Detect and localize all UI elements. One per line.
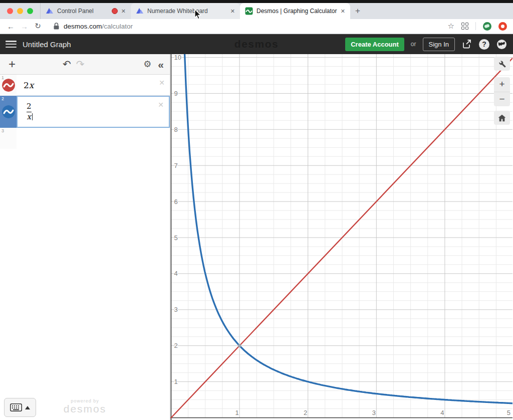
svg-text:4: 4 bbox=[440, 409, 444, 416]
svg-text:7: 7 bbox=[174, 162, 178, 169]
graph-settings-gear-icon[interactable]: ⚙ bbox=[143, 59, 151, 70]
fraction-denominator: x bbox=[27, 113, 31, 121]
default-zoom-home-button[interactable] bbox=[494, 111, 510, 125]
main-content: + ↶ ↷ ⚙ « 1 bbox=[0, 54, 513, 420]
svg-text:2: 2 bbox=[304, 409, 307, 416]
help-icon[interactable]: ? bbox=[479, 39, 489, 50]
curve-color-icon-red[interactable] bbox=[2, 79, 15, 92]
expression-number: 3 bbox=[2, 128, 4, 133]
keyboard-icon bbox=[10, 403, 22, 411]
browser-tab-bar: Control Panel ✕ Numerade Whiteboard ✕ De… bbox=[0, 3, 513, 19]
expression-gutter[interactable]: 3 bbox=[0, 128, 17, 149]
svg-text:2: 2 bbox=[174, 342, 178, 349]
expression-row-2-selected[interactable]: 2 2 x ✕ bbox=[0, 96, 170, 128]
graph-controls: + − bbox=[494, 57, 510, 125]
expression-number: 2 bbox=[2, 96, 4, 101]
svg-text:8: 8 bbox=[174, 126, 178, 133]
svg-text:5: 5 bbox=[507, 409, 510, 416]
expression-gutter[interactable]: 1 bbox=[0, 75, 17, 96]
zoom-out-button[interactable]: − bbox=[494, 92, 510, 107]
tab-close-icon[interactable]: ✕ bbox=[341, 8, 345, 15]
share-icon[interactable] bbox=[461, 39, 472, 50]
minimize-window-button[interactable] bbox=[17, 8, 23, 14]
text-caret bbox=[32, 113, 33, 120]
expression-panel: + ↶ ↷ ⚙ « 1 bbox=[0, 54, 170, 420]
wrench-icon bbox=[498, 60, 506, 68]
expression-toolbar: + ↶ ↷ ⚙ « bbox=[0, 54, 170, 75]
desmos-header: Untitled Graph desmos Create Account or … bbox=[0, 34, 513, 54]
home-icon bbox=[498, 114, 506, 122]
graph-settings-wrench-button[interactable] bbox=[494, 57, 510, 71]
expression-input-selected[interactable]: 2 x ✕ bbox=[17, 96, 170, 128]
url-domain: desmos.com bbox=[64, 23, 102, 30]
or-label: or bbox=[411, 41, 416, 48]
close-window-button[interactable] bbox=[7, 8, 13, 14]
bookmark-star-icon[interactable]: ☆ bbox=[448, 22, 454, 31]
svg-text:3: 3 bbox=[174, 306, 178, 313]
expression-input[interactable]: 2x ✕ bbox=[17, 75, 170, 96]
apps-grid-icon[interactable] bbox=[461, 23, 468, 30]
sign-in-button[interactable]: Sign In bbox=[423, 38, 455, 51]
address-bar[interactable]: desmos.com/calculator bbox=[64, 23, 133, 30]
variable: x bbox=[29, 80, 34, 90]
browser-toolbar: ← → ↻ desmos.com/calculator ☆ bbox=[0, 19, 513, 34]
svg-text:1: 1 bbox=[235, 409, 238, 416]
tab-control-panel[interactable]: Control Panel ✕ bbox=[40, 3, 131, 19]
tab-desmos[interactable]: Desmos | Graphing Calculator ✕ bbox=[240, 3, 350, 19]
coefficient: 2 bbox=[24, 80, 29, 90]
extension-red-icon[interactable] bbox=[498, 22, 507, 31]
curve-color-icon-blue[interactable] bbox=[2, 105, 15, 118]
delete-expression-icon[interactable]: ✕ bbox=[159, 79, 165, 87]
svg-text:5: 5 bbox=[174, 234, 178, 242]
new-tab-button[interactable]: + bbox=[350, 3, 365, 19]
svg-text:9: 9 bbox=[174, 90, 178, 97]
keypad-open-triangle-icon bbox=[25, 406, 30, 409]
zoom-group: + − bbox=[494, 77, 510, 106]
forward-icon: → bbox=[18, 22, 31, 31]
undo-icon[interactable]: ↶ bbox=[63, 58, 71, 70]
tab-title: Desmos | Graphing Calculator bbox=[256, 8, 337, 15]
svg-text:1: 1 bbox=[174, 378, 178, 385]
zoom-in-button[interactable]: + bbox=[494, 77, 510, 92]
graph-paper[interactable]: 1234567891012345 + − bbox=[170, 54, 513, 420]
tab-title: Control Panel bbox=[57, 8, 108, 15]
tab-close-icon[interactable]: ✕ bbox=[230, 8, 235, 15]
numerade-favicon-icon bbox=[136, 7, 144, 15]
expression-input-empty[interactable] bbox=[17, 128, 170, 149]
fraction: 2 x bbox=[27, 102, 32, 121]
svg-text:10: 10 bbox=[174, 54, 181, 61]
expression-gutter-selected[interactable]: 2 bbox=[0, 96, 17, 128]
svg-text:3: 3 bbox=[372, 409, 376, 416]
show-keypad-button[interactable] bbox=[4, 398, 36, 417]
macos-traffic-lights bbox=[0, 3, 40, 19]
toolbar-separator bbox=[475, 22, 476, 30]
tab-close-icon[interactable]: ✕ bbox=[121, 8, 126, 15]
url-path: /calculator bbox=[102, 23, 133, 30]
delete-expression-icon[interactable]: ✕ bbox=[158, 101, 164, 109]
desmos-favicon-icon bbox=[245, 7, 253, 15]
create-account-button[interactable]: Create Account bbox=[345, 38, 404, 51]
lock-icon bbox=[54, 23, 59, 30]
expression-number: 1 bbox=[2, 75, 4, 80]
graph-title[interactable]: Untitled Graph bbox=[23, 40, 71, 49]
expression-row-1[interactable]: 1 2x ✕ bbox=[0, 75, 170, 96]
main-menu-icon[interactable] bbox=[6, 41, 17, 48]
tab-numerade-whiteboard[interactable]: Numerade Whiteboard ✕ bbox=[131, 3, 240, 19]
add-expression-button[interactable]: + bbox=[6, 57, 18, 71]
reload-icon[interactable]: ↻ bbox=[31, 22, 45, 31]
svg-text:4: 4 bbox=[174, 270, 178, 277]
svg-text:6: 6 bbox=[174, 198, 178, 205]
fullscreen-window-button[interactable] bbox=[27, 8, 33, 14]
language-globe-icon[interactable] bbox=[496, 39, 507, 50]
screen: Control Panel ✕ Numerade Whiteboard ✕ De… bbox=[0, 0, 513, 420]
numerade-favicon-icon bbox=[46, 7, 54, 15]
tab-title: Numerade Whiteboard bbox=[147, 8, 227, 15]
back-icon[interactable]: ← bbox=[4, 22, 18, 31]
redo-icon: ↷ bbox=[76, 58, 85, 70]
expression-row-3-empty[interactable]: 3 bbox=[0, 128, 170, 149]
fraction-numerator: 2 bbox=[27, 102, 32, 111]
collapse-panel-icon[interactable]: « bbox=[158, 59, 164, 70]
extension-green-icon[interactable] bbox=[483, 22, 491, 31]
recording-indicator-icon bbox=[112, 8, 118, 14]
graph-canvas[interactable]: 1234567891012345 bbox=[170, 54, 512, 420]
